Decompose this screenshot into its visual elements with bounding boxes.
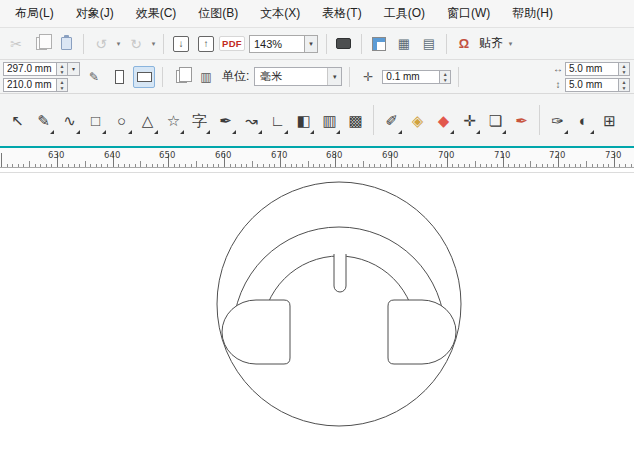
zoom-dropdown[interactable]: ▾ (305, 35, 318, 53)
ruler-tick (369, 164, 370, 167)
menu-table[interactable]: 表格(T) (311, 0, 372, 27)
canvas[interactable] (0, 168, 634, 473)
units-select[interactable]: 毫米 ▾ (254, 67, 342, 86)
menu-help[interactable]: 帮助(H) (501, 0, 564, 27)
stepper-down-icon[interactable]: ▼ (57, 85, 67, 91)
ruler-tick (269, 164, 270, 167)
ruler-tick (1, 153, 2, 167)
zoom-input[interactable] (249, 35, 305, 53)
ruler-tick (18, 164, 19, 167)
ruler-tick (580, 164, 581, 167)
pen-tool[interactable]: ✒ (213, 103, 238, 137)
stepper-down-icon[interactable]: ▼ (57, 69, 67, 75)
page-height-input[interactable] (3, 78, 57, 92)
pattern-fill-tool[interactable]: ▩ (343, 103, 368, 137)
text-tool[interactable]: 字 (187, 103, 212, 137)
publish-pdf-button[interactable]: PDF (219, 32, 245, 56)
duplicate-y-stepper[interactable]: ▲▼ (619, 78, 630, 92)
page-width-input[interactable] (3, 62, 57, 76)
stepper-down-icon[interactable]: ▼ (619, 69, 629, 75)
page-height-stepper[interactable]: ▲▼ (57, 78, 68, 92)
ruler-label: 720 (549, 150, 565, 160)
copy-button[interactable] (29, 32, 53, 56)
ellipse-tool[interactable]: ○ (109, 103, 134, 137)
duplicate-y-input[interactable] (565, 78, 619, 92)
graph-paper-tool[interactable]: ▥ (317, 103, 342, 137)
redo-button[interactable]: ↻ (124, 32, 148, 56)
eyedropper-tool[interactable]: ✐ (379, 103, 404, 137)
contour-tool[interactable]: ❏ (483, 103, 508, 137)
fullscreen-preview-button[interactable] (332, 32, 356, 56)
headband-notch[interactable] (334, 254, 346, 292)
menu-tools[interactable]: 工具(O) (373, 0, 436, 27)
stepper-down-icon[interactable]: ▼ (619, 85, 629, 91)
ruler-tick (480, 164, 481, 167)
ruler-tick (196, 161, 197, 167)
duplicate-y-icon: ↕ (551, 79, 565, 90)
menu-effects[interactable]: 效果(C) (125, 0, 188, 27)
snap-dropdown[interactable]: ▾ (506, 32, 515, 56)
stepper-down-icon[interactable]: ▼ (440, 77, 450, 83)
ruler-tick (592, 164, 593, 167)
redo-dropdown[interactable]: ▾ (149, 32, 158, 56)
page-options-button[interactable]: ✎ (83, 66, 105, 88)
menu-layout[interactable]: 布局(L) (4, 0, 65, 27)
right-earcup[interactable] (388, 300, 456, 364)
menu-object[interactable]: 对象(J) (65, 0, 125, 27)
ruler-label: 660 (215, 150, 231, 160)
outline-pen-tool-icon: ✑ (551, 113, 564, 128)
left-earcup[interactable] (222, 300, 290, 364)
ruler-ticks: 630640650660670680690700710720730 (0, 148, 634, 168)
ruler-tick (347, 164, 348, 167)
import-button[interactable]: ↓ (169, 32, 193, 56)
shape-tool[interactable]: ✎ (31, 103, 56, 137)
menu-bitmaps[interactable]: 位图(B) (187, 0, 249, 27)
duplicate-x-stepper[interactable]: ▲▼ (619, 62, 630, 76)
standard-toolbar: ✂ ↺ ▾ ↻ ▾ ↓ ↑ PDF ▾ ▦ ▤ Ω 贴齐 ▾ (0, 28, 634, 60)
ruler-tick (46, 164, 47, 167)
show-guidelines-button[interactable]: ▤ (417, 32, 441, 56)
transform-tool[interactable]: ✛ (457, 103, 482, 137)
page-width-stepper[interactable]: ▲▼ (57, 62, 68, 76)
star-tool[interactable]: ☆ (161, 103, 186, 137)
paste-button[interactable] (54, 32, 78, 56)
rectangle-tool[interactable]: □ (83, 103, 108, 137)
connector-tool[interactable]: ∟ (265, 103, 290, 137)
smart-fill-tool[interactable]: ◈ (405, 103, 430, 137)
interactive-fill-tool[interactable]: ◐ (571, 103, 596, 137)
cut-button[interactable]: ✂ (4, 32, 28, 56)
headphones-drawing[interactable] (0, 168, 634, 473)
snap-toggle-button[interactable]: Ω (452, 32, 476, 56)
landscape-button[interactable] (133, 66, 155, 88)
freehand-tool[interactable]: ∿ (57, 103, 82, 137)
ruler-tick (352, 164, 353, 167)
ruler-tick (296, 164, 297, 167)
all-pages-button[interactable] (170, 66, 192, 88)
text-tool-icon: 字 (192, 113, 207, 128)
duplicate-x-input[interactable] (565, 62, 619, 76)
undo-button[interactable]: ↺ (89, 32, 113, 56)
pick-tool[interactable]: ↖ (5, 103, 30, 137)
basic-shapes-tool[interactable]: ◧ (291, 103, 316, 137)
export-button[interactable]: ↑ (194, 32, 218, 56)
mesh-fill-tool[interactable]: ⊞ (597, 103, 622, 137)
nudge-offset-input[interactable] (382, 70, 440, 84)
property-bar: ▲▼ ▾ ▲▼ ✎ ▥ 单位: 毫米 ▾ ✛ ▲▼ ↔ (0, 60, 634, 94)
ruler-tick (491, 164, 492, 167)
menu-window[interactable]: 窗口(W) (436, 0, 501, 27)
show-grid-button[interactable]: ▦ (392, 32, 416, 56)
show-rulers-button[interactable] (367, 32, 391, 56)
current-page-button[interactable]: ▥ (195, 66, 217, 88)
horizontal-ruler[interactable]: 630640650660670680690700710720730 (0, 146, 634, 168)
bezier-tool[interactable]: ↝ (239, 103, 264, 137)
page-size-dropdown[interactable]: ▾ (68, 62, 80, 76)
artistic-brush-tool[interactable]: ✒ (509, 103, 534, 137)
fill-tool[interactable]: ◆ (431, 103, 456, 137)
menu-text[interactable]: 文本(X) (249, 0, 311, 27)
outline-pen-tool[interactable]: ✑ (545, 103, 570, 137)
polygon-tool[interactable]: △ (135, 103, 160, 137)
ruler-tick (458, 164, 459, 167)
nudge-stepper[interactable]: ▲▼ (440, 70, 451, 84)
portrait-button[interactable] (108, 66, 130, 88)
undo-dropdown[interactable]: ▾ (114, 32, 123, 56)
